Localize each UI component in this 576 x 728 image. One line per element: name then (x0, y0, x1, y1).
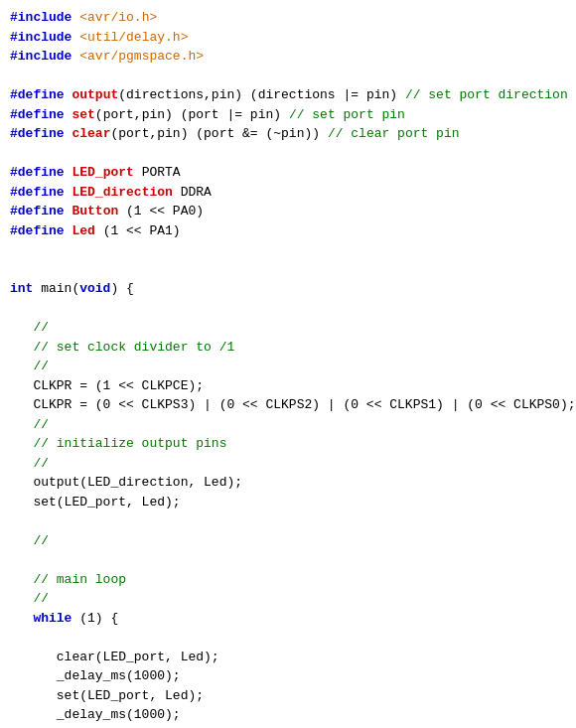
token-comment: // (33, 591, 49, 606)
token-kw-define: #define (10, 185, 65, 200)
token-plain: (directions,pin) (directions |= pin) (118, 87, 405, 102)
token-plain: CLKPR = (0 << CLKPS3) | (0 << CLKPS2) | … (10, 397, 576, 412)
token-comment: // main loop (33, 572, 126, 587)
code-line: CLKPR = (1 << CLKPCE); (10, 376, 566, 396)
token-kw-define: #define (10, 165, 65, 180)
code-line: set(LED_port, Led); (10, 493, 566, 512)
token-kw-int: int (10, 281, 33, 296)
code-line: #define LED_direction DDRA (10, 183, 566, 203)
code-line: clear(LED_port, Led); (10, 648, 566, 667)
code-line: int main(void) { (10, 279, 566, 299)
code-line: _delay_ms(1000); (10, 705, 566, 725)
token-kw-define: #define (10, 87, 65, 102)
token-comment: // (33, 456, 49, 471)
code-line: #define Led (1 << PA1) (10, 221, 566, 241)
token-plain: CLKPR = (1 << CLKPCE); (10, 378, 204, 393)
token-macro-name: Led (72, 223, 94, 238)
token-macro-name: LED_port (72, 165, 133, 180)
token-plain (10, 320, 33, 335)
token-plain: set(LED_port, Led); (10, 688, 204, 703)
token-plain: (port,pin) (port &= (~pin)) (110, 126, 327, 141)
code-line: // (10, 415, 566, 435)
code-line: #define output(directions,pin) (directio… (10, 85, 566, 105)
code-line (10, 240, 566, 260)
token-plain (10, 591, 33, 606)
code-line: // (10, 589, 566, 609)
code-line: set(LED_port, Led); (10, 686, 566, 706)
token-header-file: <avr/pgmspace.h> (79, 49, 204, 64)
token-plain (10, 572, 33, 587)
token-plain: (1) { (72, 611, 118, 626)
token-kw-define: #define (10, 204, 65, 218)
token-macro-name: clear (72, 126, 110, 141)
code-line: _delay_ms(1000); (10, 666, 566, 686)
code-line: while (1) { (10, 609, 566, 629)
code-line (10, 260, 566, 280)
token-comment: // (33, 320, 49, 335)
code-line: // set clock divider to /1 (10, 338, 566, 358)
token-comment: // (33, 359, 49, 373)
token-comment: // clear port pin (328, 126, 460, 141)
token-plain: DDRA (173, 185, 212, 200)
token-kw-define: #define (10, 126, 65, 141)
token-kw-include: #include (10, 10, 72, 25)
token-header-file: <util/delay.h> (79, 30, 188, 45)
token-plain: output(LED_direction, Led); (10, 475, 242, 490)
token-header-file: <avr/io.h> (79, 10, 157, 25)
token-plain: (1 << PA0) (118, 204, 204, 218)
code-line: #define LED_port PORTA (10, 163, 566, 183)
code-line: CLKPR = (0 << CLKPS3) | (0 << CLKPS2) | … (10, 395, 566, 415)
token-plain (10, 359, 33, 373)
token-comment: // set clock divider to /1 (33, 340, 234, 355)
token-plain (10, 611, 33, 626)
token-plain (10, 456, 33, 471)
code-line: #define clear(port,pin) (port &= (~pin))… (10, 124, 566, 144)
token-plain: _delay_ms(1000); (10, 668, 181, 683)
token-plain: ) { (110, 281, 133, 296)
token-kw-include: #include (10, 49, 72, 64)
token-comment: // (33, 533, 49, 548)
token-kw-while: while (33, 611, 72, 626)
token-plain: clear(LED_port, Led); (10, 650, 219, 664)
token-plain: PORTA (134, 165, 181, 180)
token-plain (10, 417, 33, 432)
token-plain (10, 436, 33, 451)
token-kw-define: #define (10, 107, 65, 122)
token-comment: // set port direction for output (405, 87, 576, 102)
code-line (10, 144, 566, 164)
code-line (10, 725, 566, 729)
token-macro-name: output (72, 87, 118, 102)
token-plain: _delay_ms(1000); (10, 707, 181, 722)
token-plain: set(LED_port, Led); (10, 495, 181, 510)
code-line: // (10, 454, 566, 474)
code-line: // (10, 357, 566, 376)
token-comment: // set port pin (289, 107, 405, 122)
code-line: // initialize output pins (10, 434, 566, 454)
code-line (10, 628, 566, 648)
token-plain: main( (33, 281, 79, 296)
token-kw-include: #include (10, 30, 72, 45)
token-plain: (1 << PA1) (95, 223, 181, 238)
token-macro-name: set (72, 107, 94, 122)
token-plain (10, 533, 33, 548)
token-macro-name: Button (72, 204, 118, 218)
code-line: // main loop (10, 570, 566, 590)
token-plain: (port,pin) (port |= pin) (95, 107, 289, 122)
code-line: #include <avr/pgmspace.h> (10, 47, 566, 67)
code-line (10, 67, 566, 86)
code-line: // (10, 531, 566, 551)
code-line: #define Button (1 << PA0) (10, 202, 566, 221)
code-line: #include <util/delay.h> (10, 28, 566, 48)
token-kw-void: void (79, 281, 110, 296)
token-kw-define: #define (10, 223, 65, 238)
token-comment: // initialize output pins (33, 436, 226, 451)
token-comment: // (33, 417, 49, 432)
code-line (10, 550, 566, 570)
token-macro-name: LED_direction (72, 185, 172, 200)
code-line (10, 299, 566, 319)
code-line: // (10, 318, 566, 338)
token-plain (10, 340, 33, 355)
code-editor: #include <avr/io.h>#include <util/delay.… (10, 8, 566, 728)
code-line (10, 511, 566, 531)
code-line: output(LED_direction, Led); (10, 473, 566, 493)
